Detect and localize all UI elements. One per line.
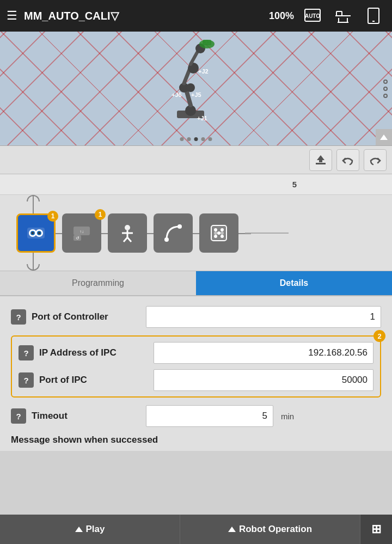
svg-point-51 xyxy=(214,231,217,235)
svg-line-42 xyxy=(127,237,131,242)
port-controller-input[interactable] xyxy=(146,306,381,328)
dice-node[interactable] xyxy=(199,213,238,253)
expand-triangle-icon xyxy=(380,135,388,140)
dot-3[interactable] xyxy=(194,137,198,141)
help-icon-3: ? xyxy=(23,376,28,385)
svg-text:+J1: +J1 xyxy=(197,115,207,121)
ip-address-input[interactable] xyxy=(154,342,373,364)
upload-icon xyxy=(314,154,327,167)
gripper-node[interactable] xyxy=(108,213,147,253)
page-dots xyxy=(180,137,212,141)
timeout-label: Timeout xyxy=(32,411,140,421)
dot-1[interactable] xyxy=(180,137,184,141)
svg-text:AUTO: AUTO xyxy=(305,13,320,19)
node-flow: 1 ↑↓ ↺ 1 xyxy=(0,195,392,271)
svg-text:↑↓: ↑↓ xyxy=(79,229,84,234)
svg-point-50 xyxy=(217,231,220,235)
svg-text:+J6: +J6 xyxy=(171,91,182,98)
toolbar xyxy=(0,146,392,174)
svg-text:+J2: +J2 xyxy=(198,68,209,75)
menu-icon[interactable]: ☰ xyxy=(7,10,17,22)
svg-point-44 xyxy=(177,224,182,229)
mech-mind-icon xyxy=(25,222,47,244)
header: ☰ MM_AUTO_CALI▽ 100% AUTO xyxy=(0,0,392,32)
scan-icon[interactable] xyxy=(331,4,355,28)
nodes-container: 1 ↑↓ ↺ 1 xyxy=(5,213,289,253)
viewport-menu[interactable] xyxy=(383,80,388,98)
svg-point-52 xyxy=(220,231,224,235)
robot-viewport: +J1 +J6 +J5 +J2 +J3 xyxy=(0,32,392,146)
tablet-icon-svg xyxy=(365,7,382,25)
svg-point-48 xyxy=(214,235,217,238)
tab-programming-label: Programming xyxy=(72,278,124,288)
zoom-percent: 100% xyxy=(269,10,294,22)
redo-button[interactable] xyxy=(364,149,387,171)
svg-point-15 xyxy=(186,83,195,92)
step-row: 5 xyxy=(0,174,392,195)
svg-point-33 xyxy=(38,232,40,234)
timeout-unit: min xyxy=(281,412,294,421)
undo-icon xyxy=(341,154,354,167)
layout-button[interactable]: ⊞ xyxy=(360,515,392,544)
tabs: Programming Details xyxy=(0,271,392,296)
timeout-help-button[interactable]: ? xyxy=(11,408,26,424)
port-ipc-help-button[interactable]: ? xyxy=(19,372,34,388)
details-panel: ? Port of Controller 2 ? IP Address of I… xyxy=(0,296,392,451)
mech-mind-badge: 1 xyxy=(47,211,58,222)
tablet-icon[interactable] xyxy=(362,4,385,28)
svg-text:+J5: +J5 xyxy=(191,91,201,98)
port-ipc-row: ? Port of IPC xyxy=(19,369,373,391)
port-ipc-input[interactable] xyxy=(154,369,373,391)
play-icon xyxy=(75,527,83,532)
viewport-expand-button[interactable] xyxy=(376,129,392,145)
svg-line-41 xyxy=(124,237,127,242)
menu-dot-2 xyxy=(383,87,388,91)
ip-address-row: ? IP Address of IPC xyxy=(19,342,373,364)
port-ipc-label: Port of IPC xyxy=(39,375,148,386)
node-trailing-line xyxy=(245,233,289,234)
dot-4[interactable] xyxy=(201,137,205,141)
tab-details[interactable]: Details xyxy=(196,271,392,295)
auto-icon-svg: AUTO xyxy=(304,7,321,25)
play-label: Play xyxy=(86,524,105,535)
help-icon-4: ? xyxy=(16,412,21,421)
help-icon: ? xyxy=(16,313,21,322)
ip-address-help-button[interactable]: ? xyxy=(19,345,34,360)
ipc-field-group: 2 ? IP Address of IPC ? Port of IPC xyxy=(11,335,381,398)
timeout-input[interactable] xyxy=(146,405,273,427)
move-badge: 1 xyxy=(95,209,106,220)
move-node[interactable]: ↑↓ ↺ 1 xyxy=(62,213,101,253)
auto-icon[interactable]: AUTO xyxy=(301,4,324,28)
undo-button[interactable] xyxy=(336,149,359,171)
help-icon-2: ? xyxy=(23,349,28,358)
dot-2[interactable] xyxy=(187,137,191,141)
svg-point-32 xyxy=(32,232,34,234)
bottom-bar: Play Robot Operation ⊞ xyxy=(0,515,392,544)
curve-node[interactable] xyxy=(154,213,193,253)
step-number: 5 xyxy=(292,180,297,189)
svg-point-46 xyxy=(214,228,217,231)
timeout-row: ? Timeout min xyxy=(11,405,381,427)
dot-5[interactable] xyxy=(209,137,212,141)
dice-icon xyxy=(208,222,230,244)
robot-arm-svg: +J1 +J6 +J5 +J2 +J3 xyxy=(136,34,245,132)
message-label: Message shown when successed xyxy=(11,435,381,445)
port-controller-help-button[interactable]: ? xyxy=(11,309,26,325)
group-badge: 2 xyxy=(373,330,385,342)
menu-dot-3 xyxy=(383,94,388,98)
port-controller-label: Port of Controller xyxy=(32,311,140,322)
menu-dot-1 xyxy=(383,80,388,84)
robot-operation-label: Robot Operation xyxy=(239,524,312,535)
mech-mind-node[interactable]: 1 xyxy=(16,213,56,253)
robot-operation-button[interactable]: Robot Operation xyxy=(180,515,360,544)
curve-icon xyxy=(162,222,184,244)
play-button[interactable]: Play xyxy=(0,515,180,544)
app-title: MM_AUTO_CALI▽ xyxy=(24,9,262,22)
scan-icon-svg xyxy=(334,7,352,25)
robot-arm: +J1 +J6 +J5 +J2 +J3 xyxy=(136,34,245,135)
move-icon: ↑↓ ↺ xyxy=(71,222,93,244)
svg-rect-2 xyxy=(336,11,342,16)
tab-details-label: Details xyxy=(280,278,308,288)
tab-programming[interactable]: Programming xyxy=(0,271,196,295)
upload-button[interactable] xyxy=(309,149,332,171)
